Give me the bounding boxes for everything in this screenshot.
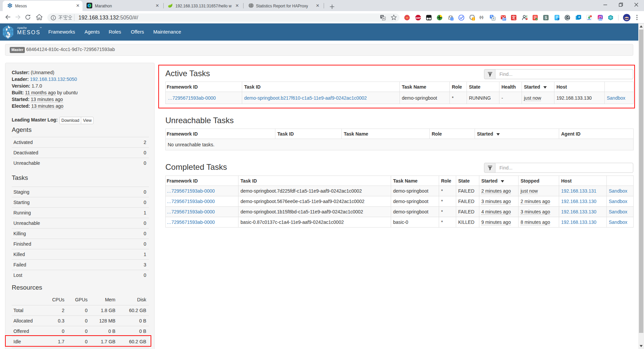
svg-text:S: S bbox=[544, 15, 547, 20]
svg-text:ABP: ABP bbox=[415, 16, 421, 19]
svg-text:∞: ∞ bbox=[406, 16, 408, 19]
svg-text:1: 1 bbox=[451, 17, 453, 20]
svg-text:99+: 99+ bbox=[502, 18, 506, 20]
svg-text:1: 1 bbox=[473, 17, 474, 20]
svg-text:New: New bbox=[598, 18, 602, 20]
